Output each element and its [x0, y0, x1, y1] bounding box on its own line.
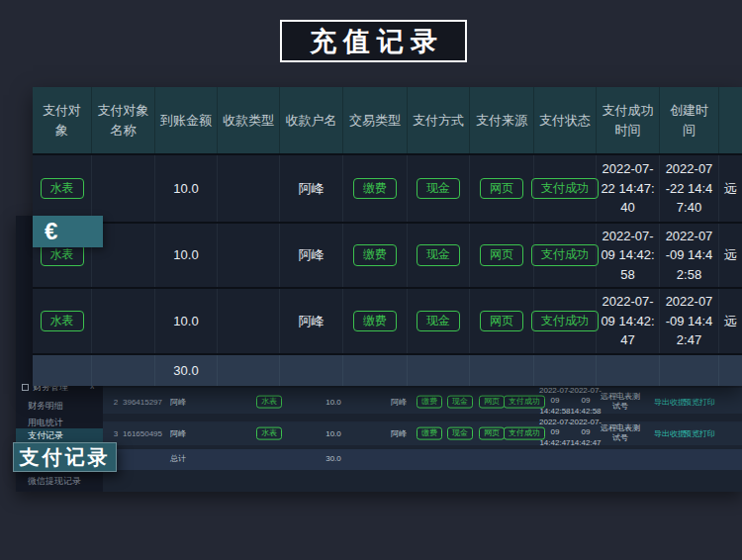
amount: 10.0 [325, 429, 341, 438]
water-meter-badge: 水表 [256, 396, 282, 409]
collection-type-cell [218, 289, 280, 353]
water-meter-badge: 水表 [256, 427, 282, 440]
preview-print-link[interactable]: 预览打印 [684, 397, 715, 408]
col-header-success-time: 支付成功时间 [597, 87, 660, 153]
col-header-object-name: 支付对象名称 [92, 87, 155, 153]
pay-fee-badge: 缴费 [353, 178, 397, 200]
col-header-collection-type: 收款类型 [218, 87, 280, 153]
finance-section-icon [22, 384, 29, 391]
success-time-cell: 2022-07-22 14:47:40 [601, 159, 655, 218]
amount-cell: 10.0 [155, 289, 218, 353]
water-meter-badge: 水表 [41, 244, 84, 266]
col-header-pay-status: 支付状态 [534, 87, 597, 153]
amount-cell: 10.0 [155, 155, 218, 222]
success-badge: 支付成功 [531, 244, 599, 266]
web-badge: 网页 [479, 396, 505, 409]
table-row: 水表 10.0 阿峰 缴费 现金 网页 支付成功 2022-07-09 14:4… [33, 287, 742, 353]
success-time-cell: 2022-07-09 14:42:47 [601, 292, 655, 350]
sidebar-item-payment-records[interactable]: 支付记录 [16, 428, 103, 443]
order-number: 161650495 [123, 429, 162, 438]
col-header-amount: 到账金额 [155, 87, 218, 153]
col-header-trade-type: 交易类型 [343, 87, 408, 153]
cash-badge: 现金 [417, 178, 460, 200]
table-total-row [103, 449, 742, 470]
col-header-pay-method: 支付方式 [408, 87, 470, 153]
create-time-cell: 2022-07-22 14:47:40 [664, 159, 714, 218]
trade-type-badge: 缴费 [417, 396, 442, 409]
col-header-account-name: 收款户名 [280, 87, 343, 153]
web-badge: 网页 [480, 244, 523, 266]
account-name: 阿峰 [391, 397, 407, 408]
remark: 远程电表测试号 [600, 392, 641, 413]
col-header-pay-source: 支付来源 [470, 87, 534, 153]
collection-type-cell [218, 224, 280, 287]
remark-clipped-cell: 远 [719, 289, 742, 353]
payment-records-callout[interactable]: 支付记录 [13, 442, 117, 472]
collection-type-cell [218, 155, 280, 222]
table-total-row: 30.0 [33, 353, 742, 386]
pay-fee-badge: 缴费 [417, 396, 442, 409]
total-amount: 30.0 [325, 454, 341, 463]
create-time: 2022-07-09 14:42:58 [568, 386, 603, 417]
export-receipt-link[interactable]: 导出收据 [654, 397, 686, 408]
row-index: 2 [114, 398, 118, 407]
user-name: 阿峰 [170, 428, 186, 439]
cash-badge: 现金 [417, 244, 460, 266]
web-badge: 网页 [480, 311, 523, 332]
object-name-cell [92, 289, 155, 353]
create-time-cell: 2022-07-09 14:42:58 [664, 227, 714, 285]
col-header-pay-object: 支付对象 [33, 87, 92, 153]
preview-print-link[interactable]: 预览打印 [684, 428, 715, 439]
remark-clipped-cell: 远 [719, 224, 742, 287]
recharge-table: 支付对象 支付对象名称 到账金额 收款类型 收款户名 交易类型 支付方式 支付来… [33, 87, 742, 386]
col-header-clipped [719, 87, 742, 153]
page: 财务管理 ∧ 财务明细 用电统计 支付记录 微信提现记录 2 396415297… [0, 0, 742, 560]
cash-badge: 现金 [417, 311, 460, 332]
pay-fee-badge: 缴费 [417, 427, 442, 440]
remark: 远程电表测试号 [600, 423, 641, 444]
pay-fee-badge: 缴费 [353, 244, 397, 266]
sidebar-item-wechat-withdraw-records[interactable]: 微信提现记录 [16, 474, 103, 489]
create-time: 2022-07-09 14:42:47 [568, 418, 603, 448]
object-name-cell [92, 155, 155, 222]
trade-type-badge: 缴费 [417, 427, 442, 440]
pay-source-badge: 网页 [479, 427, 505, 440]
success-time-cell: 2022-07-09 14:42:58 [601, 227, 655, 285]
table-row: 水表 10.0 阿峰 缴费 现金 网页 支付成功 2022-07-09 14:4… [33, 222, 742, 287]
pay-object-badge: 水表 [256, 427, 282, 440]
table-header-row: 支付对象 支付对象名称 到账金额 收款类型 收款户名 交易类型 支付方式 支付来… [33, 87, 742, 153]
success-badge: 支付成功 [531, 178, 599, 200]
table-row: 水表 10.0 阿峰 缴费 现金 网页 支付成功 2022-07-22 14:4… [33, 153, 742, 222]
amount-cell: 10.0 [155, 224, 218, 287]
web-badge: 网页 [479, 427, 505, 440]
cash-badge: 现金 [447, 427, 473, 440]
water-meter-badge: 水表 [41, 311, 84, 332]
user-name: 阿峰 [170, 397, 186, 408]
pay-method-badge: 现金 [447, 396, 473, 409]
create-time-cell: 2022-07-09 14:42:47 [664, 292, 714, 350]
order-number: 396415297 [123, 398, 162, 407]
pay-source-badge: 网页 [479, 396, 505, 409]
account-name-cell: 阿峰 [280, 289, 343, 353]
success-badge: 支付成功 [531, 311, 599, 332]
export-receipt-link[interactable]: 导出收据 [654, 428, 686, 439]
remark-clipped-cell: 远 [719, 155, 742, 222]
col-header-create-time: 创建时间 [660, 87, 719, 153]
app-logo: € [33, 216, 103, 247]
row-index: 3 [114, 429, 118, 438]
water-meter-badge: 水表 [41, 178, 84, 200]
pay-object-badge: 水表 [256, 396, 282, 409]
amount: 10.0 [325, 398, 341, 407]
pay-fee-badge: 缴费 [353, 311, 397, 332]
account-name-cell: 阿峰 [280, 155, 343, 222]
pay-method-badge: 现金 [447, 427, 473, 440]
sidebar-item-finance-detail[interactable]: 财务明细 [16, 399, 103, 414]
total-amount-cell: 30.0 [155, 355, 218, 386]
page-title-box: 充值记录 [280, 20, 467, 62]
page-title: 充值记录 [303, 24, 444, 59]
web-badge: 网页 [480, 178, 523, 200]
account-name-cell: 阿峰 [280, 224, 343, 287]
euro-logo-icon: € [45, 218, 57, 245]
account-name: 阿峰 [391, 428, 407, 439]
total-label: 总计 [170, 453, 186, 464]
